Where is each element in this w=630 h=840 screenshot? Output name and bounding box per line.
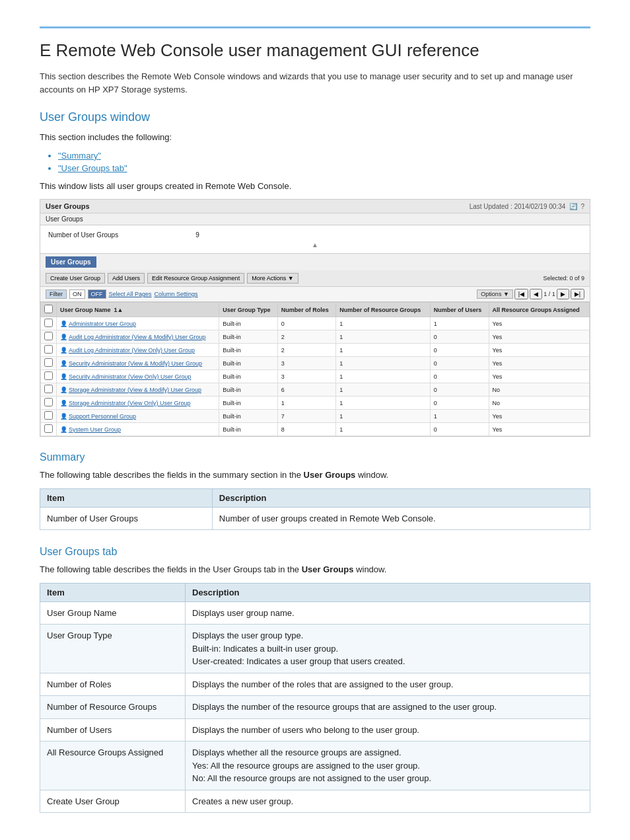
- select-all-checkbox[interactable]: [44, 305, 53, 313]
- row-checkbox[interactable]: [44, 385, 53, 393]
- tab-desc-cell: Displays the number of the resource grou…: [186, 696, 590, 719]
- tab-item-cell: User Group Type: [40, 625, 186, 673]
- row-cell: 8: [277, 423, 335, 436]
- row-checkbox[interactable]: [44, 411, 53, 420]
- row-icon: 👤: [60, 321, 67, 327]
- prev-page-btn[interactable]: |◀: [514, 289, 528, 299]
- summary-heading: Summary: [40, 451, 590, 463]
- tab-table-row: User Group NameDisplays user group name.: [40, 601, 590, 625]
- row-cell: 1: [336, 397, 431, 410]
- col-all-rg: All Resource Groups Assigned: [489, 303, 589, 317]
- filter-label[interactable]: Filter: [46, 289, 67, 299]
- tab-item-cell: Create User Group: [40, 790, 186, 813]
- row-cell: 1: [277, 397, 335, 410]
- options-btn[interactable]: Options ▼: [477, 289, 512, 299]
- user-groups-tab-heading: User Groups tab: [40, 546, 590, 558]
- bullet-2-text[interactable]: "User Groups tab": [58, 163, 127, 173]
- row-name-link[interactable]: Security Administrator (View Only) User …: [69, 373, 191, 380]
- user-groups-tab-table: Item Description User Group NameDisplays…: [40, 583, 590, 814]
- table-row: 👤Storage Administrator (View & Modify) U…: [41, 383, 590, 397]
- row-checkbox[interactable]: [44, 345, 53, 354]
- row-cell: 1: [336, 423, 431, 436]
- tab-desc-cell: Displays user group name.: [186, 601, 590, 625]
- row-name-link[interactable]: Security Administrator (View & Modify) U…: [69, 360, 202, 367]
- win-summary-value: 9: [178, 229, 217, 241]
- add-users-btn[interactable]: Add Users: [108, 273, 145, 284]
- page-title: E Remote Web Console user management GUI…: [40, 40, 590, 61]
- tab-col-desc: Description: [186, 583, 590, 601]
- row-name-link[interactable]: Administrator User Group: [69, 321, 136, 327]
- row-name-link[interactable]: System User Group: [69, 426, 121, 433]
- prev-btn[interactable]: ◀: [530, 289, 542, 299]
- row-name-cell: 👤Audit Log Administrator (View & Modify)…: [57, 330, 219, 344]
- row-name-link[interactable]: Audit Log Administrator (View Only) User…: [69, 347, 195, 354]
- edit-resource-group-btn[interactable]: Edit Resource Group Assignment: [147, 273, 244, 284]
- create-user-group-btn[interactable]: Create User Group: [46, 273, 105, 284]
- user-groups-window-heading: User Groups window: [40, 110, 590, 124]
- tab-item-cell: All Resource Groups Assigned: [40, 742, 186, 790]
- row-checkbox-cell: [41, 317, 57, 330]
- tab-item-cell: Number of Roles: [40, 673, 186, 696]
- row-icon: 👤: [60, 400, 67, 406]
- tab-desc-cell: Displays the user group type.Built-in: I…: [186, 625, 590, 673]
- table-row: 👤System User GroupBuilt-in810Yes: [41, 423, 590, 436]
- row-name-link[interactable]: Audit Log Administrator (View & Modify) …: [69, 334, 205, 340]
- row-cell: 0: [430, 330, 489, 344]
- select-all[interactable]: Select All Pages: [109, 291, 152, 297]
- row-cell: Yes: [489, 410, 589, 423]
- tab-table-header: Item Description: [40, 583, 590, 601]
- row-checkbox[interactable]: [44, 398, 53, 406]
- summary-table-body: Number of User GroupsNumber of user grou…: [40, 507, 590, 530]
- col-resource-groups: Number of Resource Groups: [336, 303, 431, 317]
- row-name-cell: 👤Security Administrator (View Only) User…: [57, 370, 219, 383]
- row-checkbox[interactable]: [44, 424, 53, 433]
- row-name-link[interactable]: Storage Administrator (View Only) User G…: [69, 400, 190, 406]
- win-titlebar: User Groups Last Updated : 2014/02/19 00…: [40, 200, 590, 213]
- row-cell: No: [489, 383, 589, 397]
- row-icon: 👤: [60, 360, 67, 367]
- column-settings[interactable]: Column Settings: [155, 291, 198, 297]
- more-actions-btn[interactable]: More Actions ▼: [247, 273, 298, 284]
- window-list-desc: This window lists all user groups create…: [40, 180, 590, 193]
- bullet-2: "User Groups tab": [58, 163, 590, 173]
- filter-off[interactable]: OFF: [88, 289, 106, 299]
- row-cell: 1: [336, 330, 431, 344]
- row-cell: Built-in: [219, 370, 278, 383]
- row-cell: Built-in: [219, 317, 278, 330]
- win-tab-label[interactable]: User Groups: [46, 256, 96, 268]
- summary-item-cell: Number of User Groups: [40, 507, 213, 530]
- win-tab-area: User Groups: [40, 254, 590, 270]
- col-roles: Number of Roles: [277, 303, 335, 317]
- row-cell: Yes: [489, 357, 589, 370]
- selected-info: Selected: 0 of 9: [543, 275, 584, 282]
- bullet-1-text[interactable]: "Summary": [58, 151, 101, 161]
- row-icon: 👤: [60, 347, 67, 354]
- tab-desc-cell: Displays whether all the resource groups…: [186, 742, 590, 790]
- next-btn[interactable]: ▶: [557, 289, 569, 299]
- row-cell: Yes: [489, 370, 589, 383]
- col-type: User Group Type: [219, 303, 278, 317]
- page-info: 1 / 1: [543, 291, 555, 297]
- row-checkbox-cell: [41, 397, 57, 410]
- col-checkbox: [41, 303, 57, 317]
- row-name-link[interactable]: Storage Administrator (View & Modify) Us…: [69, 387, 201, 393]
- row-cell: 0: [430, 344, 489, 357]
- row-cell: Built-in: [219, 344, 278, 357]
- row-name-link[interactable]: Support Personnel Group: [69, 413, 136, 420]
- filter-on[interactable]: ON: [69, 289, 85, 299]
- row-checkbox-cell: [41, 423, 57, 436]
- row-checkbox[interactable]: [44, 332, 53, 340]
- row-cell: 0: [430, 357, 489, 370]
- user-groups-window-desc: This section includes the following:: [40, 131, 590, 144]
- last-page-btn[interactable]: ▶|: [571, 289, 584, 299]
- row-checkbox[interactable]: [44, 319, 53, 327]
- win-table-container: User Group Name 1▲ User Group Type Numbe…: [40, 302, 590, 436]
- row-icon: 👤: [60, 426, 67, 433]
- win-title: User Groups: [46, 202, 90, 210]
- row-checkbox[interactable]: [44, 371, 53, 380]
- summary-table-header: Item Description: [40, 488, 590, 507]
- row-cell: 1: [336, 344, 431, 357]
- bullet-1: "Summary": [58, 151, 590, 161]
- row-cell: 0: [430, 383, 489, 397]
- row-checkbox[interactable]: [44, 358, 53, 367]
